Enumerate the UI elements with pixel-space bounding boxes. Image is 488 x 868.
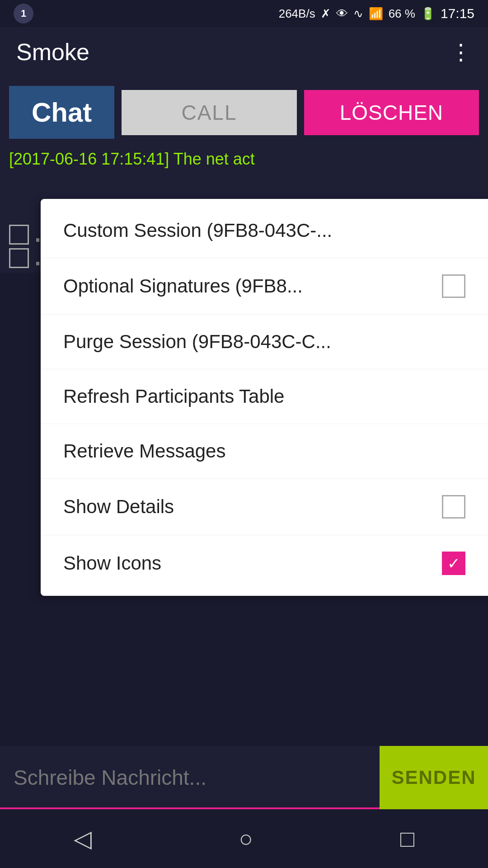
senden-button[interactable]: SENDEN — [380, 746, 488, 809]
battery-level: 66 % — [389, 7, 415, 21]
dropdown-item-optional-signatures-label: Optional Signatures (9FB8... — [63, 275, 303, 297]
status-bar: 1 264B/s ✗ 👁 ∿ 📶 66 % 🔋 17:15 — [0, 0, 488, 27]
message-input-container — [0, 746, 380, 809]
dropdown-item-custom-session-label: Custom Session (9FB8-043C-... — [63, 220, 332, 241]
app-bar: Smoke ⋮ — [0, 27, 488, 77]
optional-signatures-checkbox[interactable] — [442, 274, 465, 298]
loschen-button[interactable]: LÖSCHEN — [304, 90, 479, 135]
dropdown-item-custom-session[interactable]: Custom Session (9FB8-043C-... — [41, 203, 488, 258]
message-input[interactable] — [0, 746, 380, 809]
dropdown-item-show-details[interactable]: Show Details — [41, 479, 488, 535]
wifi-icon: ∿ — [353, 7, 363, 21]
dropdown-menu: Custom Session (9FB8-043C-... Optional S… — [41, 199, 488, 596]
status-time: 17:15 — [441, 6, 474, 21]
dropdown-item-refresh-participants-label: Refresh Participants Table — [63, 386, 284, 407]
signal-icon: 📶 — [369, 7, 383, 21]
dropdown-item-show-details-label: Show Details — [63, 496, 174, 518]
dropdown-item-retrieve-messages-label: Retrieve Messages — [63, 440, 225, 462]
dropdown-item-show-icons-label: Show Icons — [63, 552, 161, 574]
chat-tab[interactable]: Chat — [9, 86, 114, 139]
dropdown-item-show-icons[interactable]: Show Icons — [41, 535, 488, 591]
more-options-icon[interactable]: ⋮ — [450, 39, 472, 65]
status-bar-right: 264B/s ✗ 👁 ∿ 📶 66 % 🔋 17:15 — [279, 6, 474, 21]
back-button[interactable]: ◁ — [74, 825, 92, 852]
eye-icon: 👁 — [336, 7, 348, 21]
chat-header: Chat CALL LÖSCHEN — [0, 77, 488, 139]
bottom-input-area: SENDEN — [0, 746, 488, 809]
show-icons-checkbox[interactable] — [442, 552, 465, 575]
notification-badge: 1 — [14, 4, 33, 24]
participant-1-checkbox[interactable] — [9, 225, 29, 245]
recents-button[interactable]: □ — [400, 825, 414, 852]
home-button[interactable]: ○ — [239, 825, 253, 852]
dropdown-item-retrieve-messages[interactable]: Retrieve Messages — [41, 424, 488, 479]
dropdown-item-refresh-participants[interactable]: Refresh Participants Table — [41, 369, 488, 424]
dropdown-item-purge-session[interactable]: Purge Session (9FB8-043C-C... — [41, 315, 488, 369]
bluetooth-icon: ✗ — [321, 7, 331, 21]
status-bar-left: 1 — [14, 4, 33, 24]
chat-message-text: [2017-06-16 17:15:41] The net act — [9, 150, 255, 168]
dropdown-item-optional-signatures[interactable]: Optional Signatures (9FB8... — [41, 258, 488, 315]
battery-icon: 🔋 — [421, 7, 435, 21]
chat-tab-label: Chat — [32, 97, 92, 127]
participant-2-checkbox[interactable] — [9, 248, 29, 268]
app-title: Smoke — [16, 38, 89, 66]
show-details-checkbox[interactable] — [442, 495, 465, 519]
nav-bar: ◁ ○ □ — [0, 809, 488, 868]
call-button[interactable]: CALL — [122, 90, 296, 135]
dropdown-item-purge-session-label: Purge Session (9FB8-043C-C... — [63, 331, 331, 353]
data-speed: 264B/s — [279, 7, 315, 21]
